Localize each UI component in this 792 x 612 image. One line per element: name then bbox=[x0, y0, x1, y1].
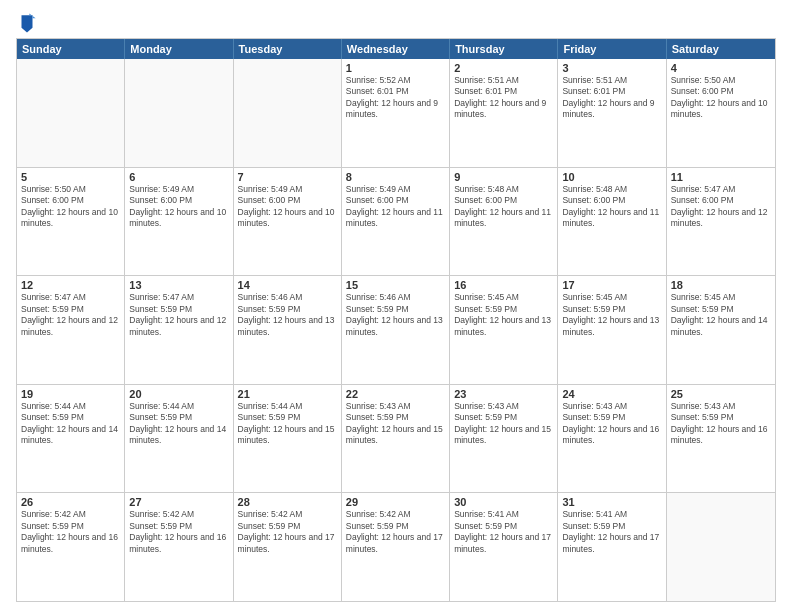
cell-details: Sunrise: 5:43 AM Sunset: 5:59 PM Dayligh… bbox=[454, 401, 551, 445]
cal-row-2: 12Sunrise: 5:47 AM Sunset: 5:59 PM Dayli… bbox=[17, 276, 775, 385]
day-number: 7 bbox=[238, 171, 337, 183]
cal-cell-r3-c0: 19Sunrise: 5:44 AM Sunset: 5:59 PM Dayli… bbox=[17, 385, 125, 493]
cell-details: Sunrise: 5:44 AM Sunset: 5:59 PM Dayligh… bbox=[238, 401, 335, 445]
cal-cell-r0-c3: 1Sunrise: 5:52 AM Sunset: 6:01 PM Daylig… bbox=[342, 59, 450, 167]
day-number: 22 bbox=[346, 388, 445, 400]
day-number: 29 bbox=[346, 496, 445, 508]
cal-cell-r0-c0 bbox=[17, 59, 125, 167]
cell-details: Sunrise: 5:41 AM Sunset: 5:59 PM Dayligh… bbox=[562, 509, 659, 553]
page: SundayMondayTuesdayWednesdayThursdayFrid… bbox=[0, 0, 792, 612]
cell-details: Sunrise: 5:48 AM Sunset: 6:00 PM Dayligh… bbox=[562, 184, 659, 228]
cell-details: Sunrise: 5:43 AM Sunset: 5:59 PM Dayligh… bbox=[562, 401, 659, 445]
cell-details: Sunrise: 5:46 AM Sunset: 5:59 PM Dayligh… bbox=[238, 292, 335, 336]
day-number: 16 bbox=[454, 279, 553, 291]
cal-cell-r4-c3: 29Sunrise: 5:42 AM Sunset: 5:59 PM Dayli… bbox=[342, 493, 450, 601]
day-number: 28 bbox=[238, 496, 337, 508]
cal-cell-r0-c6: 4Sunrise: 5:50 AM Sunset: 6:00 PM Daylig… bbox=[667, 59, 775, 167]
day-number: 25 bbox=[671, 388, 771, 400]
cell-details: Sunrise: 5:47 AM Sunset: 6:00 PM Dayligh… bbox=[671, 184, 768, 228]
cal-cell-r1-c6: 11Sunrise: 5:47 AM Sunset: 6:00 PM Dayli… bbox=[667, 168, 775, 276]
cell-details: Sunrise: 5:45 AM Sunset: 5:59 PM Dayligh… bbox=[562, 292, 659, 336]
cal-cell-r3-c1: 20Sunrise: 5:44 AM Sunset: 5:59 PM Dayli… bbox=[125, 385, 233, 493]
cell-details: Sunrise: 5:43 AM Sunset: 5:59 PM Dayligh… bbox=[346, 401, 443, 445]
cell-details: Sunrise: 5:51 AM Sunset: 6:01 PM Dayligh… bbox=[454, 75, 546, 119]
cal-cell-r0-c4: 2Sunrise: 5:51 AM Sunset: 6:01 PM Daylig… bbox=[450, 59, 558, 167]
cell-details: Sunrise: 5:42 AM Sunset: 5:59 PM Dayligh… bbox=[21, 509, 118, 553]
day-number: 10 bbox=[562, 171, 661, 183]
day-number: 15 bbox=[346, 279, 445, 291]
cal-cell-r3-c2: 21Sunrise: 5:44 AM Sunset: 5:59 PM Dayli… bbox=[234, 385, 342, 493]
cal-row-3: 19Sunrise: 5:44 AM Sunset: 5:59 PM Dayli… bbox=[17, 385, 775, 494]
cell-details: Sunrise: 5:43 AM Sunset: 5:59 PM Dayligh… bbox=[671, 401, 768, 445]
cal-cell-r4-c6 bbox=[667, 493, 775, 601]
day-number: 9 bbox=[454, 171, 553, 183]
cal-cell-r4-c5: 31Sunrise: 5:41 AM Sunset: 5:59 PM Dayli… bbox=[558, 493, 666, 601]
cal-cell-r2-c5: 17Sunrise: 5:45 AM Sunset: 5:59 PM Dayli… bbox=[558, 276, 666, 384]
day-number: 1 bbox=[346, 62, 445, 74]
day-number: 20 bbox=[129, 388, 228, 400]
cell-details: Sunrise: 5:47 AM Sunset: 5:59 PM Dayligh… bbox=[21, 292, 118, 336]
cal-header-cell-wednesday: Wednesday bbox=[342, 39, 450, 59]
cal-header-cell-saturday: Saturday bbox=[667, 39, 775, 59]
cal-cell-r3-c4: 23Sunrise: 5:43 AM Sunset: 5:59 PM Dayli… bbox=[450, 385, 558, 493]
svg-marker-0 bbox=[22, 15, 33, 32]
day-number: 12 bbox=[21, 279, 120, 291]
day-number: 13 bbox=[129, 279, 228, 291]
cal-cell-r3-c6: 25Sunrise: 5:43 AM Sunset: 5:59 PM Dayli… bbox=[667, 385, 775, 493]
cell-details: Sunrise: 5:45 AM Sunset: 5:59 PM Dayligh… bbox=[671, 292, 768, 336]
cal-cell-r3-c5: 24Sunrise: 5:43 AM Sunset: 5:59 PM Dayli… bbox=[558, 385, 666, 493]
day-number: 4 bbox=[671, 62, 771, 74]
day-number: 5 bbox=[21, 171, 120, 183]
cell-details: Sunrise: 5:41 AM Sunset: 5:59 PM Dayligh… bbox=[454, 509, 551, 553]
day-number: 11 bbox=[671, 171, 771, 183]
cal-cell-r1-c3: 8Sunrise: 5:49 AM Sunset: 6:00 PM Daylig… bbox=[342, 168, 450, 276]
cal-header-cell-sunday: Sunday bbox=[17, 39, 125, 59]
cal-cell-r1-c5: 10Sunrise: 5:48 AM Sunset: 6:00 PM Dayli… bbox=[558, 168, 666, 276]
logo-icon bbox=[18, 12, 36, 34]
day-number: 14 bbox=[238, 279, 337, 291]
cal-header-cell-thursday: Thursday bbox=[450, 39, 558, 59]
cell-details: Sunrise: 5:47 AM Sunset: 5:59 PM Dayligh… bbox=[129, 292, 226, 336]
cal-cell-r0-c1 bbox=[125, 59, 233, 167]
day-number: 18 bbox=[671, 279, 771, 291]
day-number: 19 bbox=[21, 388, 120, 400]
cell-details: Sunrise: 5:50 AM Sunset: 6:00 PM Dayligh… bbox=[671, 75, 768, 119]
day-number: 2 bbox=[454, 62, 553, 74]
day-number: 31 bbox=[562, 496, 661, 508]
day-number: 17 bbox=[562, 279, 661, 291]
cal-cell-r2-c2: 14Sunrise: 5:46 AM Sunset: 5:59 PM Dayli… bbox=[234, 276, 342, 384]
day-number: 21 bbox=[238, 388, 337, 400]
cell-details: Sunrise: 5:51 AM Sunset: 6:01 PM Dayligh… bbox=[562, 75, 654, 119]
cal-row-4: 26Sunrise: 5:42 AM Sunset: 5:59 PM Dayli… bbox=[17, 493, 775, 601]
cal-row-0: 1Sunrise: 5:52 AM Sunset: 6:01 PM Daylig… bbox=[17, 59, 775, 168]
cal-cell-r1-c4: 9Sunrise: 5:48 AM Sunset: 6:00 PM Daylig… bbox=[450, 168, 558, 276]
cell-details: Sunrise: 5:44 AM Sunset: 5:59 PM Dayligh… bbox=[21, 401, 118, 445]
day-number: 23 bbox=[454, 388, 553, 400]
cell-details: Sunrise: 5:52 AM Sunset: 6:01 PM Dayligh… bbox=[346, 75, 438, 119]
day-number: 30 bbox=[454, 496, 553, 508]
cell-details: Sunrise: 5:49 AM Sunset: 6:00 PM Dayligh… bbox=[129, 184, 226, 228]
cal-cell-r2-c4: 16Sunrise: 5:45 AM Sunset: 5:59 PM Dayli… bbox=[450, 276, 558, 384]
cal-header-cell-tuesday: Tuesday bbox=[234, 39, 342, 59]
cell-details: Sunrise: 5:50 AM Sunset: 6:00 PM Dayligh… bbox=[21, 184, 118, 228]
logo bbox=[16, 12, 36, 34]
cal-cell-r2-c1: 13Sunrise: 5:47 AM Sunset: 5:59 PM Dayli… bbox=[125, 276, 233, 384]
cal-header-cell-friday: Friday bbox=[558, 39, 666, 59]
calendar-header-row: SundayMondayTuesdayWednesdayThursdayFrid… bbox=[17, 39, 775, 59]
cell-details: Sunrise: 5:45 AM Sunset: 5:59 PM Dayligh… bbox=[454, 292, 551, 336]
cell-details: Sunrise: 5:44 AM Sunset: 5:59 PM Dayligh… bbox=[129, 401, 226, 445]
cell-details: Sunrise: 5:48 AM Sunset: 6:00 PM Dayligh… bbox=[454, 184, 551, 228]
cal-cell-r4-c1: 27Sunrise: 5:42 AM Sunset: 5:59 PM Dayli… bbox=[125, 493, 233, 601]
cal-cell-r2-c3: 15Sunrise: 5:46 AM Sunset: 5:59 PM Dayli… bbox=[342, 276, 450, 384]
cell-details: Sunrise: 5:42 AM Sunset: 5:59 PM Dayligh… bbox=[238, 509, 335, 553]
header bbox=[16, 12, 776, 34]
cal-cell-r2-c6: 18Sunrise: 5:45 AM Sunset: 5:59 PM Dayli… bbox=[667, 276, 775, 384]
day-number: 27 bbox=[129, 496, 228, 508]
day-number: 3 bbox=[562, 62, 661, 74]
cell-details: Sunrise: 5:42 AM Sunset: 5:59 PM Dayligh… bbox=[346, 509, 443, 553]
cal-cell-r3-c3: 22Sunrise: 5:43 AM Sunset: 5:59 PM Dayli… bbox=[342, 385, 450, 493]
cal-cell-r4-c0: 26Sunrise: 5:42 AM Sunset: 5:59 PM Dayli… bbox=[17, 493, 125, 601]
cell-details: Sunrise: 5:42 AM Sunset: 5:59 PM Dayligh… bbox=[129, 509, 226, 553]
cal-cell-r0-c2 bbox=[234, 59, 342, 167]
day-number: 26 bbox=[21, 496, 120, 508]
